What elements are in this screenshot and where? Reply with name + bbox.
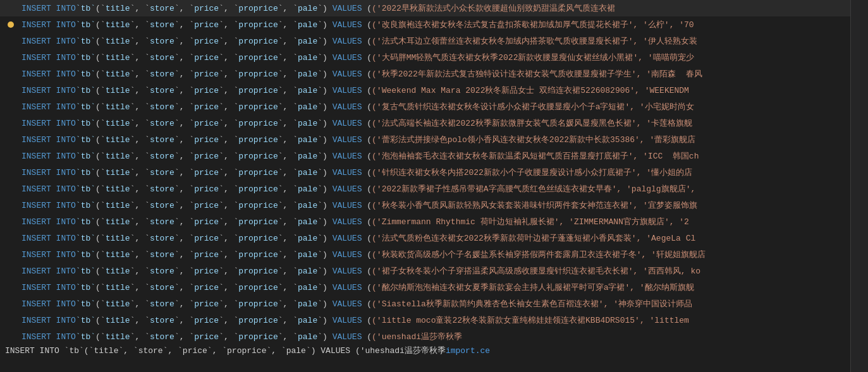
table-row: INSERT INTO `tb`(`title`, `store`, `pric… — [0, 82, 868, 99]
column-list: (` — [95, 217, 106, 227]
column-list: (` — [95, 267, 106, 276]
keyword-insert: INSERT INTO — [21, 53, 76, 63]
column-list: (` — [95, 86, 106, 95]
table-name: `tb` — [76, 20, 95, 30]
values-string: ('裙子女秋冬装小个子穿搭温柔风高级感收腰显瘦针织连衣裙毛衣长裙', '西西韩风… — [372, 265, 700, 277]
values-string: ('秋装欧货高级感小个子名媛盐系长袖穿搭假两件套露肩卫衣连衣裙子冬', '轩妮姐… — [372, 249, 706, 260]
table-row: INSERT INTO `tb`(`title`, `store`, `pric… — [0, 99, 868, 115]
keyword-values: VALUES — [333, 283, 362, 292]
col-store: store — [150, 119, 174, 128]
column-list: (` — [95, 135, 106, 145]
table-name: `tb` — [76, 201, 95, 210]
keyword-values: VALUES — [333, 299, 362, 309]
col-proprice: proprice — [238, 267, 278, 276]
keyword-insert: INSERT INTO — [21, 250, 76, 260]
column-list: (` — [95, 102, 106, 112]
keyword-insert: INSERT INTO — [21, 234, 76, 243]
table-name: `tb` — [76, 217, 95, 227]
col-proprice: proprice — [238, 299, 278, 309]
column-list: (` — [95, 37, 106, 46]
col-pale: pale — [298, 168, 317, 177]
col-price: price — [194, 299, 219, 309]
col-pale: pale — [298, 299, 317, 309]
col-title: title — [106, 283, 130, 292]
col-store: store — [150, 86, 174, 95]
code-text: INSERT INTO `tb`(`title`, `store`, `pric… — [21, 35, 697, 47]
col-price: price — [194, 152, 219, 161]
keyword-insert: INSERT INTO — [21, 102, 76, 112]
code-text: INSERT INTO `tb`(`title`, `store`, `pric… — [21, 282, 694, 293]
code-text: INSERT INTO `tb`(`title`, `store`, `pric… — [21, 216, 689, 227]
col-title: title — [106, 152, 130, 161]
code-text: INSERT INTO `tb`(`title`, `store`, `pric… — [21, 167, 692, 178]
table-row: INSERT INTO `tb`(`title`, `store`, `pric… — [0, 33, 868, 49]
col-proprice: proprice — [238, 102, 278, 112]
code-text: INSERT INTO `tb`(`title`, `store`, `pric… — [21, 150, 699, 162]
col-store: store — [150, 69, 174, 79]
col-price: price — [194, 283, 219, 292]
col-proprice: proprice — [238, 168, 278, 177]
table-row: INSERT INTO `tb`(`title`, `store`, `pric… — [0, 230, 868, 246]
table-name: `tb` — [76, 135, 95, 145]
values-string: ('秋冬装小香气质风新款轻熟风女装套装港味针织两件套女神范连衣裙', '宜梦姿服… — [372, 200, 697, 211]
col-price: price — [194, 86, 219, 95]
col-pale: pale — [298, 20, 317, 30]
keyword-values: VALUES — [333, 4, 362, 13]
column-list: (` — [95, 152, 106, 161]
col-store: store — [150, 102, 174, 112]
keyword-values: VALUES — [333, 316, 362, 325]
code-text: INSERT INTO `tb`(`title`, `store`, `pric… — [21, 134, 695, 145]
table-name: `tb` — [76, 283, 95, 292]
code-text: INSERT INTO `tb`(`title`, `store`, `pric… — [21, 200, 697, 211]
column-list: (` — [95, 201, 106, 210]
values-string: ('uenshadi温莎帝秋季 — [372, 331, 462, 342]
col-proprice: proprice — [238, 135, 278, 145]
col-store: store — [150, 135, 174, 145]
col-price: price — [194, 20, 219, 30]
values-string: ('Siastella秋季新款简约典雅杏色长袖女生素色百褶连衣裙', '神奈穿中… — [372, 298, 692, 309]
col-title: title — [106, 20, 130, 30]
col-price: price — [194, 267, 219, 276]
bottom-hint-link[interactable]: import.ce — [446, 346, 490, 356]
col-pale: pale — [298, 152, 317, 161]
table-row: INSERT INTO `tb`(`title`, `store`, `pric… — [0, 296, 868, 312]
table-row: INSERT INTO `tb`(`title`, `store`, `pric… — [0, 312, 868, 328]
table-name: `tb` — [76, 53, 95, 63]
col-price: price — [194, 332, 219, 342]
keyword-insert: INSERT INTO — [21, 69, 76, 79]
col-price: price — [194, 53, 219, 63]
col-pale: pale — [298, 37, 317, 46]
table-name: `tb` — [76, 184, 95, 194]
col-store: store — [150, 316, 174, 325]
keyword-values: VALUES — [333, 69, 362, 79]
table-name: `tb` — [76, 168, 95, 177]
code-text: INSERT INTO `tb`(`title`, `store`, `pric… — [21, 249, 706, 260]
keyword-insert: INSERT INTO — [21, 332, 76, 342]
table-name: `tb` — [76, 37, 95, 46]
col-title: title — [106, 217, 130, 227]
col-proprice: proprice — [238, 332, 278, 342]
column-list: (` — [95, 234, 106, 243]
column-list: (` — [95, 250, 106, 260]
keyword-insert: INSERT INTO — [21, 119, 76, 128]
col-pale: pale — [298, 4, 317, 13]
keyword-insert: INSERT INTO — [21, 184, 76, 194]
keyword-values: VALUES — [333, 168, 362, 177]
code-text: INSERT INTO `tb`(`title`, `store`, `pric… — [21, 298, 692, 309]
values-string: ('Zimmermann Rhythmic 荷叶边短袖礼服长裙', 'ZIMME… — [372, 216, 689, 227]
col-pale: pale — [298, 201, 317, 210]
table-row: INSERT INTO `tb`(`title`, `store`, `pric… — [0, 131, 868, 148]
col-title: title — [106, 69, 130, 79]
col-price: price — [194, 135, 219, 145]
keyword-values: VALUES — [333, 53, 362, 63]
keyword-insert: INSERT INTO — [21, 86, 76, 95]
col-price: price — [194, 102, 219, 112]
column-list: (` — [95, 332, 106, 342]
table-name: `tb` — [76, 316, 95, 325]
editor-container: INSERT INTO `tb`(`title`, `store`, `pric… — [0, 0, 868, 372]
col-title: title — [106, 250, 130, 260]
line-gutter — [5, 21, 16, 28]
column-list: (` — [95, 119, 106, 128]
col-pale: pale — [298, 135, 317, 145]
table-name: `tb` — [76, 86, 95, 95]
